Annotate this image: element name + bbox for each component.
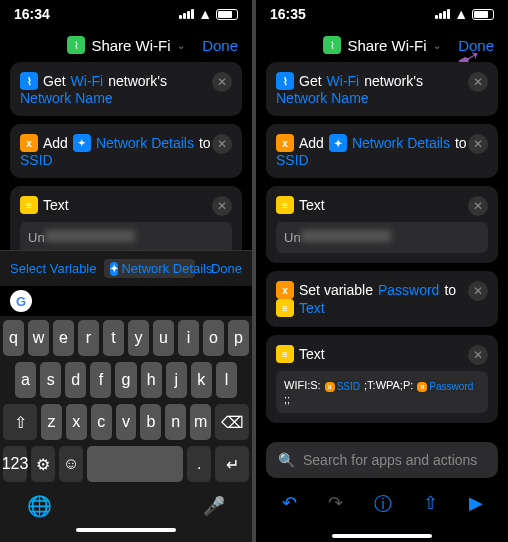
label: network's bbox=[108, 73, 167, 89]
key-a[interactable]: a bbox=[15, 362, 36, 398]
bottom-actions: ↶ ↷ ⓘ ⇧ ▶ bbox=[256, 478, 508, 530]
home-indicator[interactable] bbox=[76, 528, 176, 532]
chevron-down-icon: ⌄ bbox=[177, 40, 185, 51]
action-get-wifi[interactable]: ⌇GetWi-Finetwork's Network Name ✕ bbox=[266, 62, 498, 116]
status-time: 16:34 bbox=[14, 6, 50, 22]
action-add[interactable]: xAdd✦Network Detailsto SSID ✕ bbox=[266, 124, 498, 178]
var-icon: x bbox=[20, 134, 38, 152]
key-i[interactable]: i bbox=[178, 320, 199, 356]
key-m[interactable]: m bbox=[190, 404, 211, 440]
play-button[interactable]: ▶ bbox=[469, 492, 483, 516]
app-icon: ⌇ bbox=[323, 36, 341, 54]
key-s[interactable]: s bbox=[40, 362, 61, 398]
text-field[interactable]: Un bbox=[20, 222, 232, 250]
text-icon: ≡ bbox=[276, 345, 294, 363]
key-y[interactable]: y bbox=[128, 320, 149, 356]
share-button[interactable]: ⇧ bbox=[423, 492, 438, 516]
wifi-action-icon: ⌇ bbox=[20, 72, 38, 90]
magic-var-icon: ✦ bbox=[110, 262, 118, 276]
numbers-key[interactable]: 123 bbox=[3, 446, 27, 482]
search-icon: 🔍 bbox=[278, 452, 295, 468]
action-text[interactable]: ≡Text Un ✕ bbox=[10, 186, 242, 250]
return-key[interactable]: ↵ bbox=[215, 446, 249, 482]
key-w[interactable]: w bbox=[28, 320, 49, 356]
done-button[interactable]: Done bbox=[458, 37, 494, 54]
close-icon[interactable]: ✕ bbox=[212, 72, 232, 92]
wifi-icon: ▲ bbox=[454, 6, 468, 22]
key-q[interactable]: q bbox=[3, 320, 24, 356]
key-l[interactable]: l bbox=[216, 362, 237, 398]
key-d[interactable]: d bbox=[65, 362, 86, 398]
backspace-key[interactable]: ⌫ bbox=[215, 404, 249, 440]
close-icon[interactable]: ✕ bbox=[468, 134, 488, 154]
wifi-qr-string[interactable]: WIFI:S:xSSID;T:WPA;P:xPassword;; bbox=[276, 371, 488, 413]
action-text[interactable]: ≡Text Un ✕ bbox=[266, 186, 498, 263]
close-icon[interactable]: ✕ bbox=[212, 196, 232, 216]
select-variable-button[interactable]: Select Variable bbox=[10, 261, 96, 276]
text-value: Un bbox=[28, 230, 45, 245]
key-c[interactable]: c bbox=[91, 404, 112, 440]
header-title[interactable]: ⌇ Share Wi-Fi ⌄ bbox=[67, 36, 184, 54]
key-p[interactable]: p bbox=[228, 320, 249, 356]
key-o[interactable]: o bbox=[203, 320, 224, 356]
close-icon[interactable]: ✕ bbox=[468, 281, 488, 301]
close-icon[interactable]: ✕ bbox=[212, 134, 232, 154]
ssid-param[interactable]: SSID bbox=[20, 152, 53, 168]
key-r[interactable]: r bbox=[78, 320, 99, 356]
status-right: ▲ bbox=[179, 6, 238, 22]
netdetails-param[interactable]: Network Details bbox=[96, 135, 194, 151]
emoji-key[interactable]: ☺ bbox=[59, 446, 83, 482]
signal-icon bbox=[179, 9, 194, 19]
key-t[interactable]: t bbox=[103, 320, 124, 356]
undo-button[interactable]: ↶ bbox=[282, 492, 297, 516]
netname-param[interactable]: Network Name bbox=[20, 90, 113, 106]
key-n[interactable]: n bbox=[165, 404, 186, 440]
toolbar-done-button[interactable]: Done bbox=[211, 261, 242, 276]
app-icon: ⌇ bbox=[67, 36, 85, 54]
action-get-wifi[interactable]: ⌇ Get Wi-Fi network's Network Name ✕ bbox=[10, 62, 242, 116]
text-field[interactable]: Un bbox=[276, 222, 488, 253]
key-e[interactable]: e bbox=[53, 320, 74, 356]
home-indicator[interactable] bbox=[332, 534, 432, 538]
key-u[interactable]: u bbox=[153, 320, 174, 356]
var-icon: x bbox=[276, 134, 294, 152]
wifi-icon: ▲ bbox=[198, 6, 212, 22]
variable-toolbar: Select Variable ✦Network Details Done bbox=[0, 250, 252, 286]
mic-icon[interactable]: 🎤 bbox=[203, 495, 225, 517]
redacted bbox=[45, 230, 135, 242]
search-bar[interactable]: 🔍 Search for apps and actions bbox=[266, 442, 498, 478]
key-h[interactable]: h bbox=[141, 362, 162, 398]
settings-key[interactable]: ⚙ bbox=[31, 446, 55, 482]
close-icon[interactable]: ✕ bbox=[468, 196, 488, 216]
magic-var-icon: ✦ bbox=[73, 134, 91, 152]
key-z[interactable]: z bbox=[41, 404, 62, 440]
close-icon[interactable]: ✕ bbox=[468, 345, 488, 365]
action-set-variable[interactable]: xSet variablePasswordto ≡Text ✕ bbox=[266, 271, 498, 327]
ssid-chip[interactable]: xSSID bbox=[321, 380, 364, 393]
key-f[interactable]: f bbox=[90, 362, 111, 398]
key-j[interactable]: j bbox=[166, 362, 187, 398]
period-key[interactable]: . bbox=[187, 446, 211, 482]
label: Text bbox=[43, 197, 69, 213]
action-add[interactable]: x Add ✦ Network Details to SSID ✕ bbox=[10, 124, 242, 178]
google-icon[interactable]: G bbox=[10, 290, 32, 312]
action-text-2[interactable]: ≡Text WIFI:S:xSSID;T:WPA;P:xPassword;; ✕ bbox=[266, 335, 498, 423]
text-icon: ≡ bbox=[20, 196, 38, 214]
shift-key[interactable]: ⇧ bbox=[3, 404, 37, 440]
password-chip[interactable]: xPassword bbox=[413, 380, 477, 393]
done-button[interactable]: Done bbox=[202, 37, 238, 54]
signal-icon bbox=[435, 9, 450, 19]
key-k[interactable]: k bbox=[191, 362, 212, 398]
key-x[interactable]: x bbox=[66, 404, 87, 440]
info-button[interactable]: ⓘ bbox=[374, 492, 392, 516]
key-b[interactable]: b bbox=[140, 404, 161, 440]
content: ⌇ Get Wi-Fi network's Network Name ✕ x A… bbox=[0, 62, 252, 250]
wifi-param[interactable]: Wi-Fi bbox=[71, 73, 104, 89]
space-key[interactable] bbox=[87, 446, 183, 482]
header-title[interactable]: ⌇ Share Wi-Fi ⌄ bbox=[323, 36, 440, 54]
key-v[interactable]: v bbox=[116, 404, 137, 440]
close-icon[interactable]: ✕ bbox=[468, 72, 488, 92]
variable-pill[interactable]: ✦Network Details bbox=[104, 259, 194, 278]
key-g[interactable]: g bbox=[115, 362, 136, 398]
globe-icon[interactable]: 🌐 bbox=[27, 494, 52, 518]
